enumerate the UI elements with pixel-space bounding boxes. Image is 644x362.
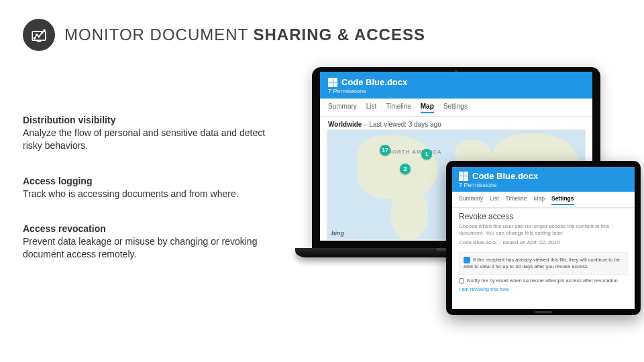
- bullet-logging: Access logging Track who is accessing do…: [23, 175, 271, 200]
- app-header: Code Blue.docx 7 Permissions: [452, 167, 635, 192]
- app-tabs: Summary List Timeline Map Settings: [320, 99, 592, 117]
- map-pin[interactable]: 1: [421, 149, 432, 160]
- feature-list: Distribution visibility Analyze the flow…: [23, 114, 271, 284]
- map-caption: Worldwide – Last viewed: 3 days ago: [320, 117, 592, 129]
- map-pin[interactable]: 17: [380, 145, 390, 156]
- notify-checkbox[interactable]: [459, 278, 464, 284]
- chart-monitor-icon: [23, 19, 55, 51]
- app-tabs: Summary List Timeline Map Settings: [452, 192, 635, 208]
- tab-settings[interactable]: Settings: [443, 103, 468, 113]
- revoke-description: Choose when this user can no longer acce…: [452, 223, 635, 239]
- bullet-body: Analyze the flow of personal and sensiti…: [23, 127, 265, 151]
- tablet-home-button: [535, 311, 552, 313]
- title-bold: SHARING & ACCESS: [253, 25, 425, 44]
- tab-list[interactable]: List: [366, 103, 377, 113]
- bullet-title: Access logging: [23, 175, 271, 188]
- map-label-na: NORTH AMERICA: [388, 149, 442, 155]
- svg-point-1: [34, 38, 36, 39]
- tab-settings[interactable]: Settings: [551, 195, 574, 205]
- bullet-body: Prevent data leakage or misuse by changi…: [23, 236, 257, 259]
- bullet-title: Distribution visibility: [23, 114, 271, 127]
- bullet-body: Track who is accessing documents and fro…: [23, 188, 239, 199]
- notify-label: Notify me by email when someone attempts…: [467, 278, 619, 284]
- revoke-heading: Revoke access: [452, 208, 635, 223]
- revoke-owner-line: Code Blue.docx – issued on April 22, 201…: [452, 239, 635, 249]
- bullet-revocation: Access revocation Prevent data leakage o…: [23, 223, 271, 261]
- app-header: Code Blue.docx 7 Permissions: [320, 72, 592, 99]
- tablet-mockup: Code Blue.docx 7 Permissions Summary Lis…: [446, 161, 641, 315]
- notice-text: If the recipient has already viewed this…: [464, 257, 620, 269]
- tab-timeline[interactable]: Timeline: [386, 103, 411, 113]
- title-light: MONITOR DOCUMENT: [64, 25, 253, 44]
- notify-checkbox-row[interactable]: Notify me by email when someone attempts…: [459, 278, 628, 284]
- bullet-title: Access revocation: [23, 223, 271, 235]
- tab-summary[interactable]: Summary: [459, 195, 483, 205]
- map-scope: Worldwide: [328, 121, 362, 128]
- permissions-count: 7 Permissions: [459, 182, 628, 188]
- doc-filename: Code Blue.docx: [341, 77, 407, 87]
- tab-map[interactable]: Map: [533, 195, 545, 205]
- page-title: MONITOR DOCUMENT SHARING & ACCESS: [64, 25, 425, 44]
- bing-attribution: bing: [331, 230, 344, 237]
- tab-list[interactable]: List: [490, 195, 498, 205]
- tab-map[interactable]: Map: [421, 103, 434, 113]
- doc-filename: Code Blue.docx: [472, 171, 538, 181]
- map-meta: – Last viewed: 3 days ago: [362, 121, 441, 128]
- permissions-count: 7 Permissions: [328, 88, 584, 95]
- svg-point-3: [38, 36, 40, 37]
- svg-point-2: [36, 34, 38, 36]
- map-pin[interactable]: 2: [400, 164, 411, 174]
- bullet-distribution: Distribution visibility Analyze the flow…: [23, 114, 271, 152]
- revoke-now-link[interactable]: I am revoking this now: [459, 286, 628, 292]
- revoke-info-notice: If the recipient has already viewed this…: [459, 252, 628, 275]
- windows-logo-icon: [328, 78, 337, 87]
- tab-timeline[interactable]: Timeline: [506, 195, 527, 205]
- tab-summary[interactable]: Summary: [328, 103, 357, 113]
- info-icon: [464, 257, 470, 263]
- windows-logo-icon: [459, 172, 468, 181]
